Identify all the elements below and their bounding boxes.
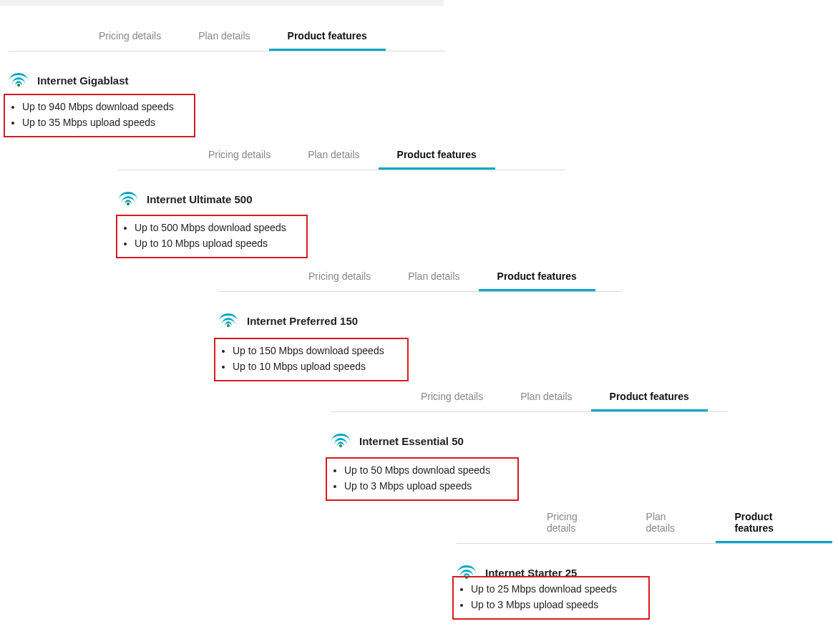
features-ultimate: Up to 500 Mbps download speeds Up to 10 … xyxy=(122,220,299,251)
tab-product-features[interactable]: Product features xyxy=(479,265,595,291)
features-essential: Up to 50 Mbps download speeds Up to 3 Mb… xyxy=(331,463,510,494)
tab-plan-details[interactable]: Plan details xyxy=(502,385,590,411)
features-starter: Up to 25 Mbps download speeds Up to 3 Mb… xyxy=(458,582,641,613)
tab-product-features[interactable]: Product features xyxy=(379,143,495,170)
features-preferred: Up to 150 Mbps download speeds Up to 10 … xyxy=(220,343,400,374)
feature-item: Up to 35 Mbps upload speeds xyxy=(22,115,187,131)
tab-pricing-details[interactable]: Pricing details xyxy=(190,143,289,170)
tab-product-features[interactable]: Product features xyxy=(269,24,386,51)
feature-item: Up to 3 Mbps upload speeds xyxy=(471,597,641,613)
features-gigablast: Up to 940 Mbps download speeds Up to 35 … xyxy=(9,99,187,130)
plan-title-preferred: Internet Preferred 150 xyxy=(247,315,358,327)
plan-title-essential: Internet Essential 50 xyxy=(359,435,464,447)
tabs-essential: Pricing details Plan details Product fea… xyxy=(331,385,728,412)
feature-item: Up to 500 Mbps download speeds xyxy=(135,220,299,236)
feature-item: Up to 3 Mbps upload speeds xyxy=(344,479,510,494)
feature-item: Up to 25 Mbps download speeds xyxy=(471,582,641,597)
feature-item: Up to 10 Mbps upload speeds xyxy=(135,236,299,252)
tab-pricing-details[interactable]: Pricing details xyxy=(290,265,389,291)
tab-product-features[interactable]: Product features xyxy=(591,385,708,411)
wifi-icon xyxy=(9,73,29,87)
feature-item: Up to 50 Mbps download speeds xyxy=(344,463,510,479)
tab-product-features[interactable]: Product features xyxy=(716,505,832,543)
feature-item: Up to 940 Mbps download speeds xyxy=(22,99,187,115)
tab-pricing-details[interactable]: Pricing details xyxy=(528,505,628,543)
feature-item: Up to 10 Mbps upload speeds xyxy=(233,359,400,375)
feature-item: Up to 150 Mbps download speeds xyxy=(233,343,400,359)
tab-plan-details[interactable]: Plan details xyxy=(389,265,478,291)
tabs-gigablast: Pricing details Plan details Product fea… xyxy=(9,24,445,52)
plan-title-ultimate: Internet Ultimate 500 xyxy=(147,193,253,205)
plan-title-gigablast: Internet Gigablast xyxy=(37,74,129,87)
tab-plan-details[interactable]: Plan details xyxy=(289,143,378,170)
tabs-ultimate: Pricing details Plan details Product fea… xyxy=(118,143,565,170)
wifi-icon xyxy=(331,434,351,448)
tab-pricing-details[interactable]: Pricing details xyxy=(402,385,502,411)
tabs-starter: Pricing details Plan details Product fea… xyxy=(457,505,832,544)
tab-plan-details[interactable]: Plan details xyxy=(628,505,716,543)
tab-plan-details[interactable]: Plan details xyxy=(180,24,268,51)
top-grey-bar xyxy=(0,0,444,6)
tab-pricing-details[interactable]: Pricing details xyxy=(80,24,180,51)
wifi-icon xyxy=(118,192,138,206)
wifi-icon xyxy=(218,313,238,328)
tabs-preferred: Pricing details Plan details Product fea… xyxy=(218,265,623,292)
